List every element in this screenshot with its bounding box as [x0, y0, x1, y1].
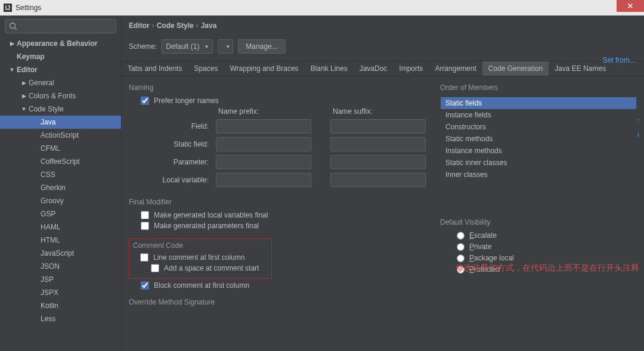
order-item[interactable]: Instance methods	[441, 145, 636, 157]
prefix-input[interactable]	[216, 155, 311, 169]
sidebar: ▶Appearance & BehaviorKeymap▼Editor▶Gene…	[0, 15, 122, 351]
comment-code-title: Comment Code	[133, 241, 268, 250]
manage-button[interactable]: Manage...	[238, 39, 285, 54]
visibility-title: Default Visibility	[440, 218, 637, 226]
local-vars-final-checkbox[interactable]: Make generated local variables final	[141, 211, 426, 219]
order-title: Order of Members	[440, 83, 637, 92]
tree-item[interactable]: Gherkin	[0, 181, 121, 194]
chevron-down-icon: ▼	[204, 44, 209, 49]
search-icon	[9, 22, 17, 30]
order-item[interactable]: Inner classes	[441, 169, 636, 181]
tab[interactable]: Tabs and Indents	[122, 61, 188, 76]
tree-item[interactable]: ActionScript	[0, 129, 121, 142]
tab[interactable]: Spaces	[188, 61, 224, 76]
tab[interactable]: Blank Lines	[305, 61, 354, 76]
tree-item[interactable]: CoffeeScript	[0, 155, 121, 168]
tree-item[interactable]: Keymap	[0, 50, 121, 63]
params-final-checkbox[interactable]: Make generated parameters final	[141, 222, 426, 230]
tabs: Tabs and IndentsSpacesWrapping and Brace…	[122, 61, 644, 76]
set-from-link[interactable]: Set from...	[603, 56, 636, 64]
order-item[interactable]: Instance fields	[441, 109, 636, 121]
block-comment-first-col-checkbox[interactable]: Block comment at first column	[141, 281, 426, 290]
order-list[interactable]: Static fieldsInstance fieldsConstructors…	[440, 97, 637, 181]
tree-item[interactable]: JSPX	[0, 286, 121, 299]
order-item[interactable]: Static inner classes	[441, 157, 636, 169]
tree-item[interactable]: Less	[0, 312, 121, 325]
scheme-label: Scheme:	[129, 42, 157, 51]
move-up-button[interactable]: ↑	[636, 116, 640, 125]
tree-item[interactable]: ▼Code Style	[0, 102, 121, 116]
settings-tree: ▶Appearance & BehaviorKeymap▼Editor▶Gene…	[0, 37, 121, 351]
tree-item[interactable]: ▶Colors & Fonts	[0, 89, 121, 102]
tree-item[interactable]: JSP	[0, 273, 121, 286]
naming-title: Naming	[129, 83, 426, 92]
search-input[interactable]	[5, 19, 116, 33]
add-space-comment-checkbox[interactable]: Add a space at comment start	[151, 264, 268, 272]
tree-item[interactable]: ▶Appearance & Behavior	[0, 37, 121, 50]
svg-point-0	[10, 23, 16, 29]
tree-item[interactable]: CFML	[0, 142, 121, 155]
prefix-input[interactable]	[216, 137, 311, 151]
move-down-button[interactable]: ↓	[636, 129, 640, 138]
line-comment-first-col-checkbox[interactable]: Line comment at first column	[140, 253, 268, 262]
chevron-down-icon: ▼	[225, 44, 230, 49]
tab[interactable]: Imports	[393, 61, 429, 76]
tab[interactable]: Wrapping and Braces	[224, 61, 304, 76]
tab[interactable]: Arrangement	[429, 61, 482, 76]
content-area: Editor›Code Style›Java Scheme: Default (…	[122, 15, 644, 351]
titlebar: IJ Settings ✕	[0, 0, 644, 15]
window-title: Settings	[16, 4, 41, 12]
tree-item[interactable]: Kotlin	[0, 299, 121, 312]
prefer-longer-checkbox[interactable]: Prefer longer names	[141, 97, 426, 105]
prefix-input[interactable]	[216, 119, 311, 133]
tree-item[interactable]: HTML	[0, 234, 121, 247]
order-item[interactable]: Static fields	[441, 97, 636, 109]
tree-item[interactable]: Java	[0, 116, 121, 129]
tree-item[interactable]: CSS	[0, 168, 121, 181]
visibility-radio[interactable]: Escalate	[457, 231, 637, 240]
svg-line-1	[15, 28, 17, 30]
order-item[interactable]: Constructors	[441, 121, 636, 133]
scheme-dropdown-btn[interactable]: ▼	[218, 39, 233, 54]
scheme-row: Scheme: Default (1)▼ ▼ Manage...	[122, 36, 644, 61]
comment-code-section: Comment Code Line comment at first colum…	[129, 238, 272, 279]
prefix-grid: Name prefix:Name suffix:Field:Static fie…	[141, 107, 426, 187]
tree-item[interactable]: Groovy	[0, 194, 121, 207]
suffix-input[interactable]	[330, 173, 426, 187]
visibility-radio[interactable]: Package local	[457, 254, 637, 262]
close-button[interactable]: ✕	[617, 0, 644, 12]
final-modifier-title: Final Modifier	[129, 198, 426, 206]
tab[interactable]: Code Generation	[482, 61, 549, 76]
scheme-combo[interactable]: Default (1)▼	[162, 39, 213, 54]
tree-item[interactable]: JavaScript	[0, 247, 121, 260]
prefix-input[interactable]	[216, 173, 311, 187]
annotation-text: 修改注释的方式，在代码边上而不是在行开头注释	[456, 263, 639, 274]
suffix-input[interactable]	[330, 155, 426, 169]
order-item[interactable]: Static methods	[441, 133, 636, 145]
reorder-arrows: ↑ ↓	[636, 116, 640, 138]
visibility-radio[interactable]: Private	[457, 243, 637, 251]
suffix-input[interactable]	[330, 137, 426, 151]
tree-item[interactable]: JSON	[0, 260, 121, 273]
override-title: Override Method Signature	[129, 298, 426, 306]
tab[interactable]: JavaDoc	[354, 61, 394, 76]
suffix-input[interactable]	[330, 119, 426, 133]
tree-item[interactable]: ▼Editor	[0, 63, 121, 76]
tree-item[interactable]: ▶General	[0, 76, 121, 89]
tree-item[interactable]: HAML	[0, 220, 121, 234]
breadcrumb: Editor›Code Style›Java	[122, 15, 644, 36]
app-icon: IJ	[4, 4, 12, 12]
tree-item[interactable]: GSP	[0, 207, 121, 220]
